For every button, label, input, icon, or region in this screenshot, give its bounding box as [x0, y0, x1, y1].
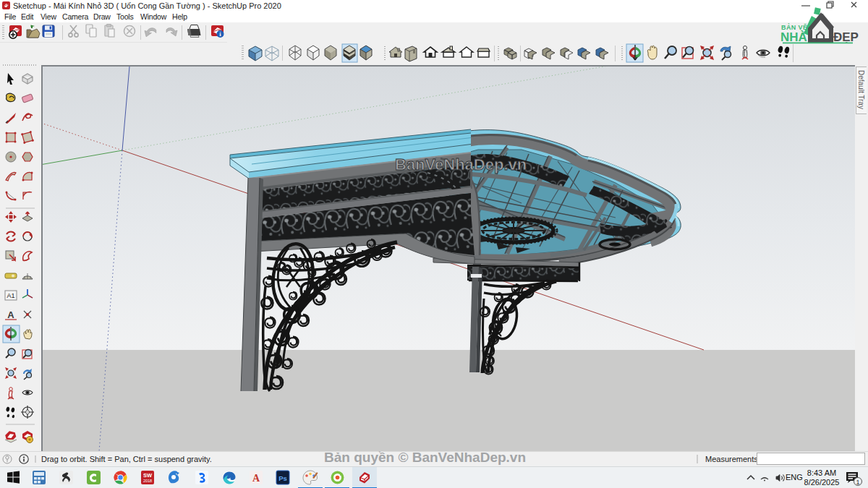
svg-text:A: A [7, 309, 14, 320]
svg-text:Ps: Ps [278, 474, 287, 482]
svg-text:ĐẸP: ĐẸP [833, 30, 859, 44]
svg-text:2018: 2018 [143, 479, 152, 483]
svg-text:1: 1 [856, 479, 859, 486]
svg-text:A: A [252, 473, 260, 484]
svg-text:A1: A1 [7, 292, 14, 299]
svg-text:SW: SW [143, 472, 153, 479]
svg-text:BanVeNhaDep.vn: BanVeNhaDep.vn [395, 155, 527, 174]
svg-text:NHÀ: NHÀ [780, 30, 807, 44]
